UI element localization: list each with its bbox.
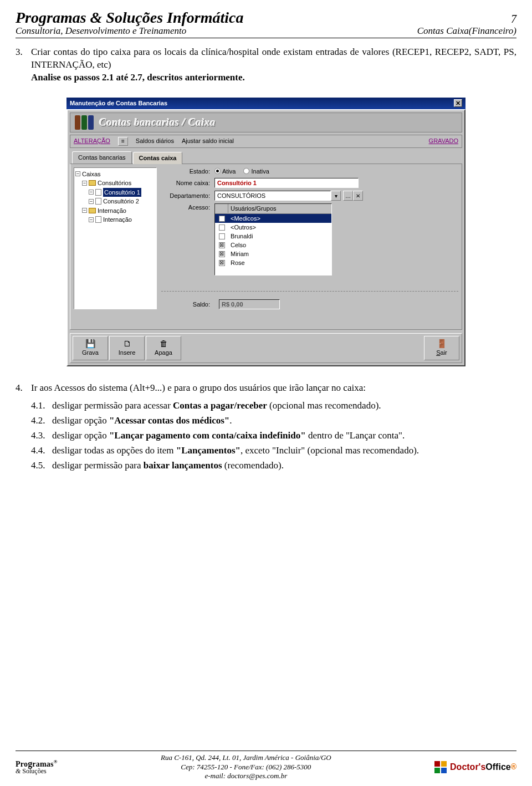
tab-caixa[interactable]: Contas caixa (133, 152, 183, 164)
saldo-label: Saldo: (161, 300, 214, 309)
saldos-button[interactable]: Saldos diários (136, 137, 174, 145)
doctors-office-logo: Doctor'sOffice® (434, 761, 516, 773)
sub-text: desligar opção "Acessar contas dos médic… (52, 415, 516, 427)
tree-internacao-leaf[interactable]: Internação (103, 215, 132, 224)
sub-number: 4.3. (31, 430, 52, 442)
acesso-label: Acesso: (161, 203, 214, 212)
footer-address: Rua C-161, Qd. 244, Lt. 01, Jardim Améri… (161, 753, 331, 780)
tab-panel: −Caixas −Consultórios −Consultório 1 −Co… (70, 164, 462, 330)
sublist-4: 4.1.desligar permissão para acessar Cont… (16, 400, 516, 472)
books-icon (75, 115, 94, 130)
document-icon (95, 216, 101, 223)
tree-view[interactable]: −Caixas −Consultórios −Consultório 1 −Co… (74, 167, 157, 310)
tab-bancarias[interactable]: Contas bancarias (72, 151, 132, 164)
page-number: 7 (511, 13, 516, 25)
tree-internacao[interactable]: Internação (98, 206, 126, 216)
folder-icon (89, 208, 96, 213)
acesso-listbox[interactable]: Usuários/Grupos <Medicos> <Outros> Bruna… (214, 203, 332, 275)
sub-text: desligar todas as opções do item "Lançam… (52, 445, 516, 457)
item-3-number: 3. (16, 46, 31, 84)
save-icon: 💾 (85, 339, 96, 348)
nome-label: Nome caixa: (161, 179, 214, 187)
sub-text: desligar opção "Lançar pagamento com con… (52, 430, 516, 442)
folder-icon (89, 180, 96, 186)
page-header: Programas & Soluções Informática 7 Consu… (16, 9, 516, 38)
tree-root[interactable]: Caixas (82, 170, 101, 179)
document-icon (95, 189, 101, 196)
radio-inativa[interactable]: Inativa (243, 167, 269, 176)
list-item[interactable]: <Medicos> (215, 214, 331, 223)
app-window: Manutenção de Contas Bancarias ✕ Contas … (66, 98, 466, 366)
banner-title: Contas bancarias / Caixa (99, 115, 216, 130)
item-3-text: Criar contas do tipo caixa para os locai… (31, 46, 516, 84)
radio-ativa[interactable]: Ativa (214, 167, 236, 176)
list-item[interactable]: ⊠Celso (215, 241, 331, 249)
button-bar: 💾Grava 🗋Insere 🗑Apaga 🚪Sair (70, 333, 462, 363)
delete-icon: 🗑 (160, 339, 168, 348)
sair-button[interactable]: 🚪Sair (424, 336, 459, 360)
list-item[interactable]: ⊠Rose (215, 258, 331, 267)
exit-icon: 🚪 (437, 339, 447, 348)
clear-icon[interactable]: ✕ (353, 191, 363, 201)
estado-label: Estado: (161, 167, 214, 176)
list-item[interactable]: <Outros> (215, 223, 331, 232)
nome-input[interactable]: Consultório 1 (214, 178, 359, 188)
header-title: Programas & Soluções Informática (16, 9, 243, 27)
lookup-button[interactable]: … (343, 191, 353, 201)
titlebar: Manutenção de Contas Bancarias ✕ (66, 98, 466, 109)
new-icon: 🗋 (123, 339, 131, 348)
list-icon[interactable]: ≡ (118, 137, 128, 146)
document-icon (95, 198, 101, 205)
mode-link[interactable]: ALTERAÇÃO (74, 137, 110, 145)
logo-dots-icon (434, 761, 447, 773)
list-item[interactable]: ⊠Miriam (215, 249, 331, 258)
list-header: Usuários/Grupos (228, 204, 331, 213)
saldo-field: R$ 0,00 (219, 299, 280, 309)
apaga-button[interactable]: 🗑Apaga (146, 336, 181, 360)
banner: Contas bancarias / Caixa (70, 113, 462, 132)
dropdown-icon[interactable]: ▾ (331, 191, 341, 201)
page-footer: Programas® &Soluções Rua C-161, Qd. 244,… (16, 751, 516, 780)
list-item[interactable]: Brunaldi (215, 232, 331, 241)
ajustar-button[interactable]: Ajustar saldo inicial (182, 137, 234, 145)
sub-number: 4.1. (31, 400, 52, 412)
close-icon[interactable]: ✕ (454, 99, 462, 107)
sub-text: desligar permissão para acessar Contas a… (52, 400, 516, 412)
item-4-number: 4. (16, 382, 31, 395)
sub-text: desligar permissão para baixar lançament… (52, 460, 516, 472)
sub-number: 4.4. (31, 445, 52, 457)
grava-button[interactable]: 💾Grava (73, 336, 108, 360)
tab-strip: Contas bancarias Contas caixa (72, 151, 462, 164)
insere-button[interactable]: 🗋Insere (109, 336, 145, 360)
tree-consultorios[interactable]: Consultórios (98, 178, 131, 188)
header-sub-right: Contas Caixa(Financeiro) (417, 25, 516, 37)
dep-label: Departamento: (161, 192, 214, 200)
window-title: Manutenção de Contas Bancarias (70, 99, 167, 108)
company-logo-left: Programas® &Soluções (16, 759, 58, 775)
dep-input[interactable]: CONSULTÓRIOS (214, 191, 331, 201)
tree-consultorio-1[interactable]: Consultório 1 (103, 188, 141, 197)
sub-number: 4.2. (31, 415, 52, 427)
header-sub-left: Consultoria, Desenvolvimento e Treinamen… (16, 25, 186, 37)
status-link: GRAVADO (429, 137, 458, 145)
tree-consultorio-2[interactable]: Consultório 2 (103, 197, 139, 206)
toolbar: ALTERAÇÃO ≡ Saldos diários Ajustar saldo… (70, 135, 462, 148)
item-4-text: Ir aos Acessos do sistema (Alt+9...) e p… (31, 382, 366, 395)
sub-number: 4.5. (31, 460, 52, 472)
